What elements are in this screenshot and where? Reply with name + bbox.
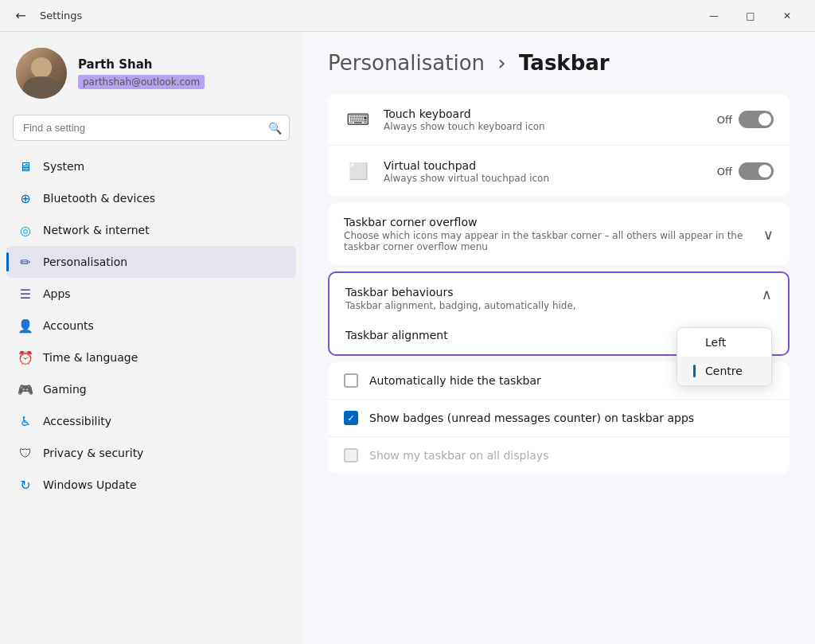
- sidebar-item-apps[interactable]: ☰ Apps: [6, 278, 296, 310]
- sidebar-item-label: Accounts: [43, 319, 94, 332]
- sidebar-item-label: Network & internet: [43, 224, 150, 236]
- nav-list: 🖥 System ⊕ Bluetooth & devices ◎ Network…: [0, 150, 302, 501]
- sidebar-item-label: Bluetooth & devices: [43, 192, 155, 205]
- avatar: [16, 48, 67, 99]
- show-taskbar-all-label: Show my taskbar on all displays: [369, 449, 548, 462]
- breadcrumb-separator: ›: [497, 51, 505, 75]
- corner-overflow-desc: Choose which icons may appear in the tas…: [344, 230, 763, 252]
- titlebar-title: Settings: [40, 10, 82, 21]
- close-button[interactable]: ✕: [769, 0, 805, 32]
- corner-overflow-title: Taskbar corner overflow: [344, 216, 763, 228]
- update-icon: ↻: [18, 477, 33, 493]
- sidebar-item-label: Personalisation: [43, 256, 127, 268]
- behaviours-chevron: ∧: [762, 286, 772, 302]
- apps-icon: ☰: [18, 286, 33, 302]
- touch-keyboard-control: Off: [717, 111, 774, 128]
- gaming-icon: 🎮: [18, 381, 33, 397]
- network-icon: ◎: [18, 222, 33, 238]
- touch-keyboard-icon: ⌨: [344, 105, 372, 134]
- show-badges-label: Show badges (unread messages counter) on…: [369, 412, 694, 424]
- auto-hide-label: Automatically hide the taskbar: [369, 374, 541, 387]
- sidebar-item-label: Time & language: [43, 351, 138, 364]
- touch-keyboard-text: Touch keyboard Always show touch keyboar…: [384, 107, 706, 132]
- time-icon: ⏰: [18, 349, 33, 365]
- auto-hide-checkbox[interactable]: [344, 373, 358, 388]
- sidebar-item-network[interactable]: ◎ Network & internet: [6, 214, 296, 246]
- user-info: Parth Shah parthshah@outlook.com: [78, 57, 205, 89]
- sidebar-item-label: Windows Update: [43, 478, 137, 491]
- show-taskbar-all-row: Show my taskbar on all displays: [328, 437, 790, 474]
- corner-overflow-text: Taskbar corner overflow Choose which ico…: [344, 216, 763, 252]
- user-name: Parth Shah: [78, 57, 205, 72]
- sidebar-item-personalisation[interactable]: ✏ Personalisation: [6, 246, 296, 278]
- sidebar-item-accounts[interactable]: 👤 Accounts: [6, 310, 296, 342]
- app-body: Parth Shah parthshah@outlook.com 🔍 🖥 Sys…: [0, 32, 815, 644]
- behaviours-card: Taskbar behaviours Taskbar alignment, ba…: [328, 271, 790, 356]
- main-content: Personalisation › Taskbar ⌨ Touch keyboa…: [302, 32, 815, 644]
- user-email: parthshah@outlook.com: [78, 75, 205, 89]
- privacy-icon: 🛡: [18, 445, 33, 461]
- touch-keyboard-state: Off: [717, 114, 732, 126]
- sidebar-item-gaming[interactable]: 🎮 Gaming: [6, 373, 296, 405]
- sidebar-item-accessibility[interactable]: ♿ Accessibility: [6, 405, 296, 437]
- system-icon: 🖥: [18, 158, 33, 174]
- virtual-touchpad-title: Virtual touchpad: [384, 159, 706, 172]
- corner-overflow-row[interactable]: Taskbar corner overflow Choose which ico…: [328, 203, 790, 265]
- titlebar: ← Settings — □ ✕: [0, 0, 815, 32]
- maximize-button[interactable]: □: [732, 0, 769, 32]
- touch-keyboard-row: ⌨ Touch keyboard Always show touch keybo…: [328, 94, 790, 146]
- breadcrumb: Personalisation › Taskbar: [328, 51, 790, 75]
- search-box: 🔍: [13, 115, 290, 141]
- alignment-row: Taskbar alignment Left Centre: [330, 321, 788, 354]
- show-taskbar-all-checkbox[interactable]: [344, 448, 358, 463]
- selected-check: [693, 365, 696, 377]
- virtual-touchpad-icon: ⬜: [344, 157, 372, 185]
- dropdown-option-centre-label: Centre: [705, 365, 743, 377]
- sidebar-item-privacy[interactable]: 🛡 Privacy & security: [6, 437, 296, 469]
- sidebar-item-label: Accessibility: [43, 415, 111, 427]
- touch-keyboard-toggle[interactable]: [739, 111, 774, 128]
- virtual-touchpad-desc: Always show virtual touchpad icon: [384, 173, 706, 184]
- bluetooth-icon: ⊕: [18, 190, 33, 206]
- sidebar-item-system[interactable]: 🖥 System: [6, 150, 296, 182]
- keyboard-touchpad-card: ⌨ Touch keyboard Always show touch keybo…: [328, 94, 790, 197]
- search-icon: 🔍: [268, 122, 282, 135]
- search-input[interactable]: [13, 115, 290, 141]
- minimize-button[interactable]: —: [696, 0, 732, 32]
- sidebar-item-update[interactable]: ↻ Windows Update: [6, 469, 296, 501]
- dropdown-option-left-label: Left: [705, 336, 726, 349]
- sidebar-item-label: Gaming: [43, 383, 87, 396]
- page-header: Personalisation › Taskbar: [328, 51, 790, 75]
- accounts-icon: 👤: [18, 318, 33, 334]
- show-badges-checkbox[interactable]: [344, 411, 358, 425]
- dropdown-option-centre[interactable]: Centre: [677, 357, 771, 385]
- virtual-touchpad-text: Virtual touchpad Always show virtual tou…: [384, 159, 706, 184]
- sidebar-item-label: System: [43, 160, 84, 173]
- behaviours-header-text: Taskbar behaviours Taskbar alignment, ba…: [345, 286, 762, 311]
- virtual-touchpad-control: Off: [717, 162, 774, 180]
- sidebar-item-label: Apps: [43, 287, 71, 300]
- personalisation-icon: ✏: [18, 254, 33, 270]
- behaviours-header: Taskbar behaviours Taskbar alignment, ba…: [330, 273, 788, 321]
- touch-keyboard-title: Touch keyboard: [384, 107, 706, 120]
- virtual-touchpad-toggle[interactable]: [739, 162, 774, 180]
- dropdown-option-left[interactable]: Left: [677, 328, 771, 357]
- show-badges-row: Show badges (unread messages counter) on…: [328, 400, 790, 437]
- sidebar-item-label: Privacy & security: [43, 447, 143, 459]
- sidebar-item-bluetooth[interactable]: ⊕ Bluetooth & devices: [6, 182, 296, 214]
- behaviours-desc: Taskbar alignment, badging, automaticall…: [345, 300, 762, 311]
- alignment-dropdown: Left Centre: [677, 327, 772, 386]
- virtual-touchpad-state: Off: [717, 166, 732, 178]
- corner-overflow-card: Taskbar corner overflow Choose which ico…: [328, 203, 790, 265]
- virtual-touchpad-row: ⬜ Virtual touchpad Always show virtual t…: [328, 146, 790, 197]
- corner-overflow-chevron: ∨: [763, 226, 774, 243]
- touch-keyboard-desc: Always show touch keyboard icon: [384, 121, 706, 132]
- sidebar: Parth Shah parthshah@outlook.com 🔍 🖥 Sys…: [0, 32, 302, 644]
- behaviours-title: Taskbar behaviours: [345, 286, 762, 299]
- sidebar-item-time[interactable]: ⏰ Time & language: [6, 342, 296, 373]
- breadcrumb-parent: Personalisation: [328, 51, 485, 75]
- window-controls: — □ ✕: [696, 0, 805, 32]
- back-button[interactable]: ←: [10, 5, 32, 27]
- accessibility-icon: ♿: [18, 413, 33, 429]
- breadcrumb-current: Taskbar: [519, 51, 610, 75]
